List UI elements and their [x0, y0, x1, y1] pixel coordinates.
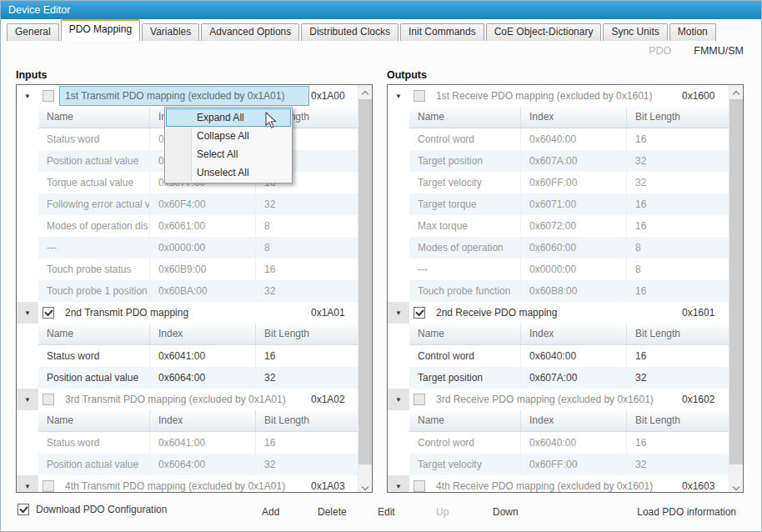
tab-advanced-options[interactable]: Advanced Options — [201, 23, 299, 41]
up-button[interactable]: Up — [436, 504, 449, 520]
pdo-group-row[interactable]: ▼2nd Receive PDO mapping0x1601 — [388, 302, 729, 324]
tab-general[interactable]: General — [7, 23, 59, 41]
pdo-group-checkbox[interactable] — [414, 480, 425, 492]
pdo-entry-row[interactable]: Control word0x6040:0016 — [409, 432, 729, 454]
pdo-entry-row[interactable]: Modes of operation0x6060:008 — [409, 237, 729, 258]
scrollbar-thumb[interactable] — [729, 99, 743, 464]
pdo-entry-row[interactable]: Control word0x6040:0016 — [409, 128, 729, 150]
pdo-entry-row[interactable]: Touch probe function0x60B8:0016 — [409, 280, 729, 302]
column-header-bit-length: Bit Length — [627, 410, 729, 431]
cell-index: 0x607A:00 — [521, 150, 627, 172]
tab-init-commands[interactable]: Init Commands — [400, 23, 484, 41]
tab-distributed-clocks[interactable]: Distributed Clocks — [301, 23, 399, 41]
column-header-name: Name — [409, 107, 521, 128]
cell-index: 0x6060:00 — [521, 237, 627, 258]
menu-item-select-all[interactable]: Select All — [166, 145, 291, 163]
pdo-entry-row[interactable]: Position actual value0x6064:0032 — [38, 367, 358, 389]
cell-index: 0x6041:00 — [150, 432, 256, 454]
cell-index: 0x6064:00 — [150, 367, 256, 389]
pdo-entry-row[interactable]: Target position0x607A:0032 — [409, 150, 729, 172]
pdo-group-row[interactable]: ▼3rd Transmit PDO mapping (excluded by 0… — [17, 389, 358, 410]
pdo-entry-row[interactable]: ---0x0000:008 — [38, 237, 358, 258]
cell-bit-length: 32 — [627, 150, 729, 172]
expand-collapse-triangle-icon[interactable]: ▼ — [388, 85, 409, 107]
tab-variables[interactable]: Variables — [142, 23, 199, 41]
expand-collapse-triangle-icon[interactable]: ▼ — [388, 389, 409, 410]
pdo-group-title[interactable]: 4th Receive PDO mapping (excluded by 0x1… — [430, 476, 680, 492]
expand-collapse-triangle-icon[interactable]: ▼ — [388, 302, 409, 324]
tab-sync-units[interactable]: Sync Units — [603, 23, 667, 41]
pdo-group-row[interactable]: ▼2nd Transmit PDO mapping0x1A01 — [17, 302, 358, 324]
pdo-view-toggle[interactable]: PDO — [649, 45, 671, 57]
tab-pdo-mapping[interactable]: PDO Mapping — [61, 19, 140, 41]
title-bar: Device Editor — [1, 1, 761, 19]
pdo-entry-row[interactable]: Target torque0x6071:0016 — [409, 193, 729, 215]
pdo-entry-row[interactable]: Control word0x6040:0016 — [409, 345, 729, 367]
pdo-group-title[interactable]: 2nd Transmit PDO mapping — [59, 303, 309, 323]
outputs-pdo-list: ▼1st Receive PDO mapping (excluded by 0x… — [388, 85, 729, 492]
pdo-entry-row[interactable]: Status word0x6041:0016 — [38, 345, 358, 367]
pdo-entry-row[interactable]: ---0x0000:008 — [409, 258, 729, 280]
download-pdo-configuration[interactable]: Download PDO Configuration — [18, 504, 167, 515]
scroll-down-button[interactable] — [358, 478, 372, 492]
expand-collapse-triangle-icon[interactable]: ▼ — [17, 85, 38, 107]
tab-motion[interactable]: Motion — [669, 23, 716, 41]
scrollbar-thumb[interactable] — [358, 99, 372, 464]
cell-name: Touch probe 1 position — [38, 280, 150, 302]
down-button[interactable]: Down — [493, 504, 519, 520]
pdo-group-checkbox[interactable] — [43, 480, 54, 492]
cell-bit-length: 16 — [627, 345, 729, 367]
pdo-entry-row[interactable]: Target velocity0x60FF:0032 — [409, 172, 729, 193]
column-header-name: Name — [38, 410, 150, 431]
column-header-name: Name — [38, 107, 150, 128]
mouse-cursor-icon — [265, 112, 277, 129]
pdo-group-title[interactable]: 4th Transmit PDO mapping (excluded by 0x… — [59, 476, 309, 492]
pdo-entry-row[interactable]: Touch probe 1 position0x60BA:0032 — [38, 280, 358, 302]
pdo-group-checkbox[interactable] — [43, 90, 54, 102]
delete-button[interactable]: Delete — [318, 504, 347, 520]
pdo-group-title[interactable]: 1st Receive PDO mapping (excluded by 0x1… — [430, 86, 680, 106]
pdo-entry-row[interactable]: Status word0x6041:0016 — [38, 432, 358, 454]
expand-collapse-triangle-icon[interactable]: ▼ — [17, 389, 38, 410]
pdo-entry-row[interactable]: Position actual value0x6064:0032 — [38, 454, 358, 475]
pdo-group-row[interactable]: ▼4th Transmit PDO mapping (excluded by 0… — [17, 475, 358, 492]
scroll-up-button[interactable] — [358, 85, 372, 99]
pdo-entry-row[interactable]: Target position0x607A:0032 — [409, 367, 729, 389]
pdo-group-index: 0x1A02 — [311, 394, 358, 405]
pdo-group-row[interactable]: ▼4th Receive PDO mapping (excluded by 0x… — [388, 475, 729, 492]
outputs-scrollbar[interactable] — [729, 85, 743, 492]
expand-collapse-triangle-icon[interactable]: ▼ — [17, 302, 38, 324]
edit-button[interactable]: Edit — [378, 504, 395, 520]
pdo-group-title[interactable]: 2nd Receive PDO mapping — [430, 303, 680, 323]
inputs-scrollbar[interactable] — [358, 85, 372, 492]
menu-item-collapse-all[interactable]: Collapse All — [166, 127, 291, 145]
chevron-down-icon — [362, 484, 368, 490]
pdo-group-row[interactable]: ▼1st Receive PDO mapping (excluded by 0x… — [388, 85, 729, 107]
pdo-group-checkbox[interactable] — [414, 394, 425, 405]
pdo-group-checkbox[interactable] — [414, 90, 425, 102]
pdo-group-title[interactable]: 3rd Receive PDO mapping (excluded by 0x1… — [430, 389, 680, 409]
pdo-group-title[interactable]: 1st Transmit PDO mapping (excluded by 0x… — [59, 86, 309, 106]
menu-item-unselect-all[interactable]: Unselect All — [166, 163, 291, 182]
add-button[interactable]: Add — [262, 504, 279, 520]
scroll-down-button[interactable] — [729, 478, 743, 492]
pdo-entry-row[interactable]: Following error actual v0x60F4:0032 — [38, 193, 358, 215]
expand-collapse-triangle-icon[interactable]: ▼ — [17, 475, 38, 492]
pdo-group-checkbox[interactable] — [414, 307, 425, 319]
pdo-entry-row[interactable]: Target velocity0x60FF:0032 — [409, 454, 729, 475]
scroll-up-button[interactable] — [729, 85, 743, 99]
expand-collapse-triangle-icon[interactable]: ▼ — [388, 475, 409, 492]
fmmu-sm-view-toggle[interactable]: FMMU/SM — [694, 45, 744, 57]
pdo-group-row[interactable]: ▼3rd Receive PDO mapping (excluded by 0x… — [388, 389, 729, 410]
pdo-entry-row[interactable]: Touch probe status0x60B9:0016 — [38, 258, 358, 280]
pdo-group-index: 0x1602 — [682, 394, 729, 405]
download-pdo-checkbox[interactable] — [18, 504, 29, 515]
load-pdo-information-button[interactable]: Load PDO information — [637, 504, 736, 520]
pdo-group-checkbox[interactable] — [43, 394, 54, 405]
pdo-group-checkbox[interactable] — [43, 307, 54, 319]
tab-coe-object-dictionary[interactable]: CoE Object-Dictionary — [486, 23, 602, 41]
pdo-entry-row[interactable]: Max torque0x6072:0016 — [409, 215, 729, 237]
pdo-group-title[interactable]: 3rd Transmit PDO mapping (excluded by 0x… — [59, 389, 309, 409]
pdo-group-row[interactable]: ▼1st Transmit PDO mapping (excluded by 0… — [17, 85, 358, 107]
pdo-entry-row[interactable]: Modes of operation dis0x6061:008 — [38, 215, 358, 237]
